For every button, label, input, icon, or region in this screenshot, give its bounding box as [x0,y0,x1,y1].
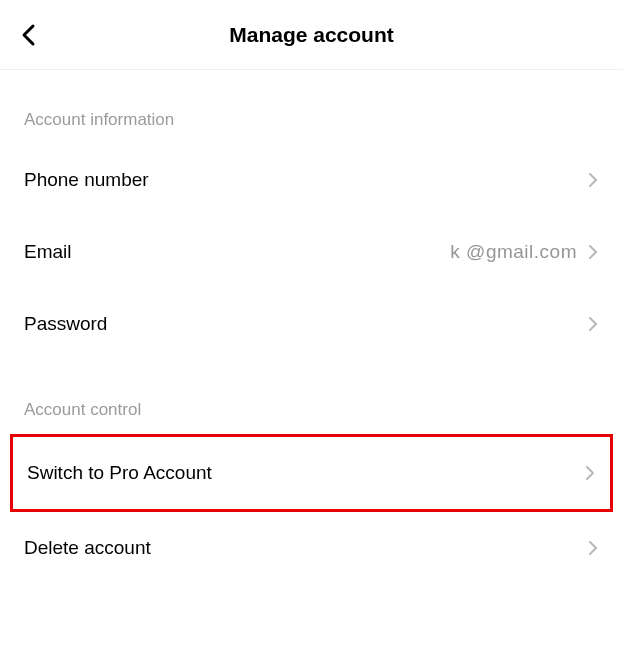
chevron-right-icon [587,539,599,557]
highlight-box: Switch to Pro Account [10,434,613,512]
row-email[interactable]: Email k @gmail.com [0,216,623,288]
chevron-right-icon [584,464,596,482]
row-right [587,539,599,557]
section-header-account-information: Account information [0,70,623,144]
chevron-right-icon [587,315,599,333]
back-button[interactable] [20,23,38,47]
row-right [584,464,596,482]
chevron-right-icon [587,243,599,261]
row-label: Delete account [24,537,151,559]
row-label: Email [24,241,72,263]
chevron-left-icon [20,23,38,47]
row-label: Password [24,313,107,335]
row-value: k @gmail.com [450,241,577,263]
page-title: Manage account [24,23,599,47]
row-password[interactable]: Password [0,288,623,360]
row-label: Switch to Pro Account [27,462,212,484]
row-right [587,171,599,189]
row-right: k @gmail.com [450,241,599,263]
row-delete-account[interactable]: Delete account [0,512,623,584]
row-right [587,315,599,333]
row-switch-to-pro[interactable]: Switch to Pro Account [13,437,610,509]
header: Manage account [0,0,623,70]
section-header-account-control: Account control [0,360,623,434]
row-phone-number[interactable]: Phone number [0,144,623,216]
chevron-right-icon [587,171,599,189]
row-label: Phone number [24,169,149,191]
